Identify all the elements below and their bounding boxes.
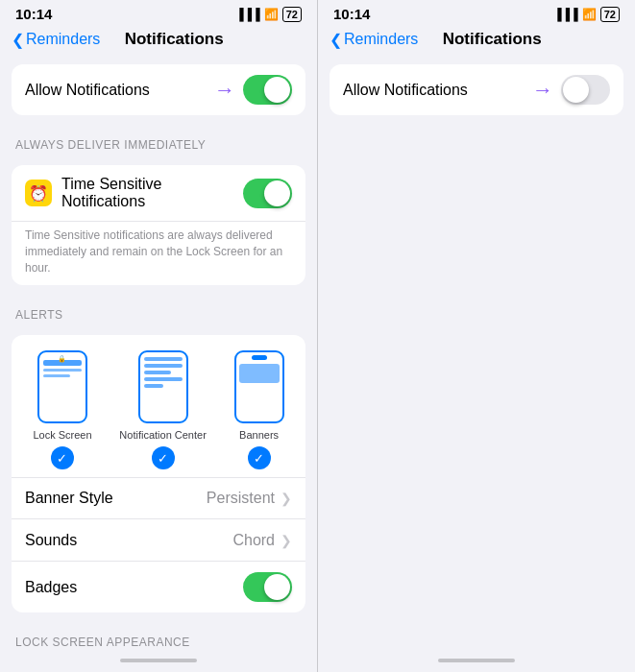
content-left: Allow Notifications → Always Deliver Imm… [0, 57, 317, 653]
home-bar-left [120, 659, 197, 662]
nav-bar-left: ❮ Reminders Notifications [0, 26, 317, 57]
time-left: 10:14 [15, 6, 52, 22]
badges-label: Badges [25, 579, 243, 596]
banners-label: Banners [239, 429, 279, 441]
notification-center-label: Notification Center [119, 429, 207, 441]
purple-arrow-icon-right: → [532, 78, 553, 103]
notification-center-phone-icon [138, 350, 188, 423]
banner-style-row[interactable]: Banner Style Persistent ❯ [12, 477, 305, 519]
home-indicator-left [0, 653, 317, 672]
status-bar-left: 10:14 ▐▐▐ 📶 72 [0, 0, 317, 26]
nav-bar-right: ❮ Reminders Notifications [318, 26, 635, 57]
time-sensitive-icon: ⏰ [25, 180, 52, 206]
status-bar-right: 10:14 ▐▐▐ 📶 72 [318, 0, 635, 26]
status-icons-right: ▐▐▐ 📶 72 [553, 7, 620, 22]
time-right: 10:14 [333, 6, 370, 22]
toggle-thumb-right [563, 77, 589, 103]
notification-center-check: ✓ [152, 446, 175, 469]
section-lock-screen: Lock Screen Appearance [0, 620, 317, 653]
section-always-deliver: Always Deliver Immediately [0, 123, 317, 157]
sounds-row[interactable]: Sounds Chord ❯ [12, 519, 305, 562]
home-indicator-right [318, 653, 635, 672]
lock-screen-label: Lock Screen [33, 429, 91, 441]
toggle-thumb-left [264, 77, 290, 103]
badges-toggle[interactable] [243, 572, 292, 602]
page-title-left: Notifications [100, 30, 248, 49]
notification-center-option[interactable]: Notification Center ✓ [119, 350, 207, 469]
chevron-left-icon-left: ❮ [12, 31, 24, 49]
allow-notifications-label-left: Allow Notifications [25, 82, 214, 99]
banner-style-label: Banner Style [25, 490, 207, 507]
content-right: Allow Notifications → [318, 57, 635, 653]
chevron-sounds: ❯ [281, 533, 292, 548]
back-button-left[interactable]: ❮ Reminders [12, 31, 100, 49]
purple-arrow-icon-left: → [214, 78, 235, 103]
alert-options-row: 🔒 Lock Screen ✓ [12, 335, 305, 477]
chevron-left-icon-right: ❮ [330, 31, 342, 49]
badges-row: Badges [12, 562, 305, 612]
chevron-banner-style: ❯ [281, 491, 292, 506]
time-sensitive-row: ⏰ Time Sensitive Notifications [12, 165, 305, 222]
badges-toggle-thumb [264, 574, 290, 600]
allow-notifications-label-right: Allow Notifications [343, 82, 532, 99]
allow-notifications-row-left: Allow Notifications → [12, 64, 305, 115]
signal-icon-right: ▐▐▐ [553, 8, 578, 21]
alerts-section: 🔒 Lock Screen ✓ [12, 335, 305, 612]
sounds-label: Sounds [25, 532, 232, 549]
banners-check: ✓ [248, 446, 271, 469]
lock-screen-phone-icon: 🔒 [37, 350, 87, 423]
section-alerts: Alerts [0, 293, 317, 327]
allow-notifications-toggle-left[interactable] [243, 75, 292, 105]
home-bar-right [438, 659, 515, 662]
back-label-right: Reminders [344, 31, 418, 48]
lock-screen-check: ✓ [51, 446, 74, 469]
allow-notifications-group-left: Allow Notifications → [12, 64, 305, 115]
wifi-icon-left: 📶 [264, 8, 279, 21]
wifi-icon-right: 📶 [582, 8, 597, 21]
back-button-right[interactable]: ❮ Reminders [330, 31, 418, 49]
time-sensitive-toggle[interactable] [243, 179, 292, 208]
ts-toggle-thumb [264, 180, 290, 206]
page-title-right: Notifications [418, 30, 566, 49]
right-panel: 10:14 ▐▐▐ 📶 72 ❮ Reminders Notifications… [317, 0, 635, 672]
allow-notifications-group-right: Allow Notifications → [330, 64, 623, 115]
arrow-right: → [532, 78, 553, 103]
left-panel: 10:14 ▐▐▐ 📶 72 ❮ Reminders Notifications… [0, 0, 317, 672]
lock-screen-option[interactable]: 🔒 Lock Screen ✓ [33, 350, 91, 469]
time-sensitive-label: Time Sensitive Notifications [61, 176, 243, 210]
allow-notifications-toggle-right[interactable] [561, 75, 610, 105]
back-label-left: Reminders [26, 31, 100, 48]
time-sensitive-description: Time Sensitive notifications are always … [12, 222, 305, 285]
sounds-value: Chord [232, 532, 275, 549]
banners-option[interactable]: Banners ✓ [234, 350, 284, 469]
battery-left: 72 [282, 7, 302, 22]
time-sensitive-group: ⏰ Time Sensitive Notifications Time Sens… [12, 165, 305, 285]
allow-notifications-row-right: Allow Notifications → [330, 64, 623, 115]
battery-right: 72 [600, 7, 620, 22]
status-icons-left: ▐▐▐ 📶 72 [235, 7, 302, 22]
banners-phone-icon [234, 350, 284, 423]
banner-style-value: Persistent [207, 490, 275, 507]
arrow-left: → [214, 78, 235, 103]
signal-icon-left: ▐▐▐ [235, 8, 260, 21]
